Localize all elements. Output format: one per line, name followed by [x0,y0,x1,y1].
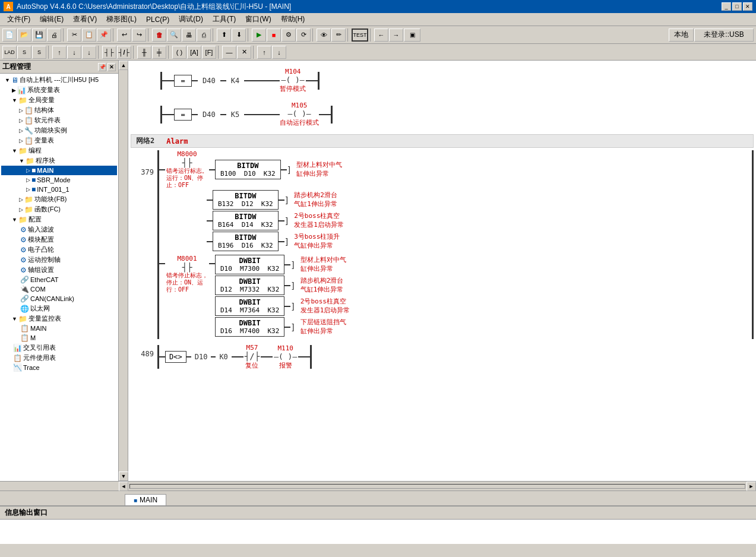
menu-file[interactable]: 文件(F) [2,13,35,26]
sidebar-pin-btn[interactable]: 📌 [98,63,106,71]
tree-node-config[interactable]: ▼ 📁 配置 [1,214,117,224]
tb-redo[interactable]: ↪ [132,29,146,42]
tree-node-varmonitor[interactable]: ▼ 📁 变量监控表 [1,314,117,324]
tb-print3[interactable]: ⎙ [197,29,211,42]
tree-node-input-filter[interactable]: ⚙ 输入滤波 [1,224,117,235]
tb2-contact-nc[interactable]: ┤/├ [117,46,131,59]
tree-node-program[interactable]: ▼ 📁 编程 [1,145,117,156]
h-scroll-left-btn[interactable]: ◄ [119,482,128,491]
tb-compile2[interactable]: ⟳ [296,29,311,42]
tb2-2[interactable]: S [17,46,31,59]
maximize-button[interactable]: □ [732,2,742,11]
menu-ladder[interactable]: 梯形图(L) [102,13,141,26]
tb2-3[interactable]: S [32,46,46,59]
tree-node-main[interactable]: ▷ ■ MAIN [1,166,117,175]
tree-node-monitor-main[interactable]: 📋 MAIN [1,324,117,333]
tb-test[interactable]: TEST [352,29,368,42]
menu-window[interactable]: 窗口(W) [241,13,276,26]
menu-help[interactable]: 帮助(H) [276,13,310,26]
tb2-par-contact[interactable]: ╫ [137,46,151,59]
tree-node-ethernet[interactable]: 🌐 以太网 [1,303,117,314]
tree-node-axis-group[interactable]: ⚙ 轴组设置 [1,265,117,275]
tb2-wire-x[interactable]: ✕ [237,46,251,59]
tb2-coil3[interactable]: [F] [202,46,216,59]
tb-print2[interactable]: 🖶 [182,29,196,42]
tree-node-monitor-m[interactable]: 📋 M [1,333,117,343]
tree-node-com[interactable]: 🔌 COM [1,284,117,294]
tb2-up2[interactable]: ↑ [257,46,271,59]
tree-node-int[interactable]: ▷ ■ INT_001_1 [1,185,117,194]
tb-save[interactable]: 💾 [32,29,46,42]
tb-upload[interactable]: ⬆ [217,29,231,42]
tb-arrow-left[interactable]: ← [374,29,388,42]
tree-node-fc-folder[interactable]: ▷ 📁 函数(FC) [1,204,117,214]
tb-monitor[interactable]: 👁 [317,29,331,42]
tab-main-label: MAIN [140,496,157,504]
sidebar-close-btn[interactable]: ✕ [107,63,116,71]
tb-new[interactable]: 📄 [2,29,17,42]
tree-node-module-config[interactable]: ⚙ 模块配置 [1,235,117,245]
tb-monitor-btn[interactable]: ▣ [404,29,420,42]
tree-node-trace[interactable]: 📉 Trace [1,363,117,372]
tb-stop[interactable]: ■ [267,29,281,42]
menu-debug[interactable]: 调试(D) [174,13,208,26]
tb2-contact-no[interactable]: ┤├ [102,46,116,59]
tb2-coil2[interactable]: [A] [187,46,201,59]
diagram-scroll[interactable]: = D40 K4 M104 —( )— 暂停模式 [128,61,756,481]
v-scroll-down[interactable]: ▼ [119,471,128,481]
tree-node-softelem[interactable]: ▷ 📋 软元件表 [1,115,117,125]
tree-node-motion[interactable]: ⚙ 运动控制轴 [1,255,117,265]
tb2-up[interactable]: ↑ [52,46,67,59]
tb-monitor2[interactable]: ✏ [331,29,346,42]
tb-compile[interactable]: ⚙ [281,29,296,42]
tb2-wire-h[interactable]: — [222,46,236,59]
tree-node-progblock[interactable]: ▼ 📁 程序块 [1,156,117,166]
tree-node-cam[interactable]: ⚙ 电子凸轮 [1,245,117,255]
tree-node-vartable[interactable]: ▷ 📋 变量表 [1,135,117,145]
tb2-par2[interactable]: ╪ [152,46,166,59]
tree-node-ethercat[interactable]: 🔗 EtherCAT [1,275,117,284]
menu-edit[interactable]: 编辑(E) [35,13,68,26]
tree-node-sbr[interactable]: ▷ ■ SBR_Mode [1,175,117,185]
toolbar1: 📄 📂 💾 🖨 ✂ 📋 📌 ↩ ↪ 🗑 🔍 🖶 ⎙ ⬆ ⬇ ▶ ■ ⚙ ⟳ 👁 … [0,26,756,44]
tb-cut[interactable]: ✂ [67,29,81,42]
tb-find[interactable]: 🔍 [167,29,181,42]
tb-undo[interactable]: ↩ [117,29,131,42]
v-scroll-up[interactable]: ▲ [119,61,128,70]
sep-t2-2 [98,46,100,59]
tb-delete[interactable]: 🗑 [152,29,166,42]
tb-print[interactable]: 🖨 [47,29,61,42]
minimize-button[interactable]: _ [722,2,731,11]
tree-node-root[interactable]: ▼ 🖥 自动上料机 ---汇川H5U [H5 [1,75,117,85]
tb2-coil[interactable]: ( ) [172,46,186,59]
tb-open[interactable]: 📂 [17,29,31,42]
login-button[interactable]: 未登录::USB [694,29,754,42]
close-button[interactable]: ✕ [743,2,752,11]
tb2-down2[interactable]: ↓ [82,46,96,59]
tb2-down3[interactable]: ↓ [272,46,286,59]
tree-node-fb-folder[interactable]: ▷ 📁 功能块(FB) [1,194,117,204]
menu-tools[interactable]: 工具(T) [208,13,241,26]
tb2-1[interactable]: LAD [2,46,17,59]
tb-play[interactable]: ▶ [252,29,266,42]
network2-header: 网络2 Alarm [131,134,754,148]
tree-node-canlink[interactable]: 🔗 CAN(CANLink) [1,294,117,303]
tb-copy[interactable]: 📋 [82,29,96,42]
h-scroll-right-btn[interactable]: ► [746,482,756,491]
menu-plc[interactable]: PLC(P) [141,14,174,25]
tb2-down[interactable]: ↓ [67,46,81,59]
tb-download[interactable]: ⬇ [232,29,246,42]
location-button[interactable]: 本地 [669,29,694,42]
tree-node-cross-ref[interactable]: 📊 交叉引用表 [1,343,117,353]
tree-node-sysvar[interactable]: ▶ 📊 系统变量表 [1,85,117,95]
tree-node-funcblock[interactable]: ▷ 🔧 功能块实例 [1,125,117,135]
tab-main[interactable]: ■ MAIN [125,494,166,505]
tree-node-elem-usage[interactable]: 📋 元件使用表 [1,353,117,363]
tree-node-struct[interactable]: ▷ 📋 结构体 [1,105,117,115]
sidebar-tree[interactable]: ▼ 🖥 自动上料机 ---汇川H5U [H5 ▶ 📊 系统变量表 ▼ 📁 全局变… [0,74,118,481]
menu-view[interactable]: 查看(V) [68,13,102,26]
tb-paste[interactable]: 📌 [97,29,111,42]
bottom-panel-content[interactable] [0,520,756,544]
tb-arrow-right[interactable]: → [389,29,403,42]
tree-node-globalvar[interactable]: ▼ 📁 全局变量 [1,95,117,105]
